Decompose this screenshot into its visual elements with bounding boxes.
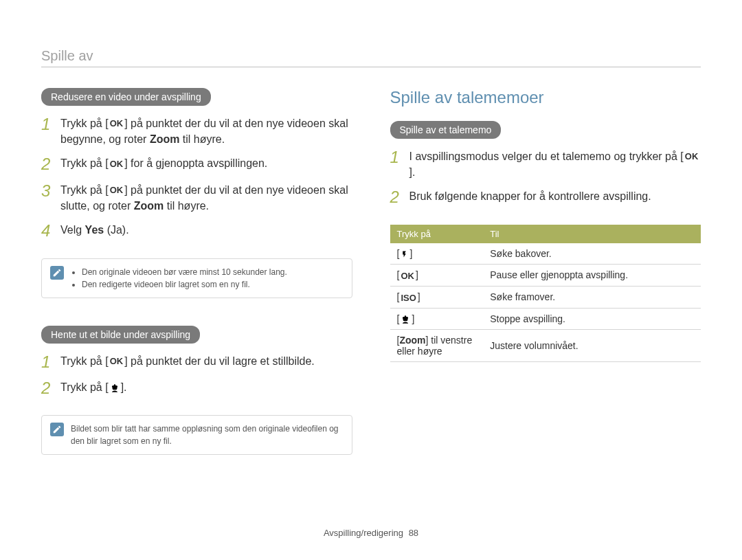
table-row: [] Søke bakover. bbox=[390, 243, 701, 265]
table-cell-key: [Zoom] til venstre eller høyre bbox=[390, 329, 484, 361]
table-cell-value: Stoppe avspilling. bbox=[483, 308, 701, 329]
page-header: Spille av bbox=[41, 48, 701, 67]
table-row: [OK] Pause eller gjenoppta avspilling. bbox=[390, 265, 701, 287]
step-text: Trykk på [OK] på punktet der du vil lagr… bbox=[60, 353, 315, 369]
step-number: 2 bbox=[41, 155, 54, 173]
section-title: Spille av talememoer bbox=[390, 88, 701, 107]
ok-key: OK bbox=[109, 117, 125, 131]
note-icon bbox=[50, 423, 64, 436]
step-text: Trykk på []. bbox=[60, 379, 127, 395]
extract-image-steps: 1 Trykk på [OK] på punktet der du vil la… bbox=[41, 353, 352, 398]
macro-flower-icon bbox=[109, 383, 121, 393]
table-cell-key: [] bbox=[390, 308, 484, 329]
ok-key: OK bbox=[684, 150, 700, 164]
play-memo-steps: 1 I avspillingsmodus velger du et taleme… bbox=[390, 148, 701, 207]
list-item: 1 I avspillingsmodus velger du et taleme… bbox=[390, 148, 701, 180]
step-number: 4 bbox=[41, 222, 54, 240]
step-number: 1 bbox=[41, 353, 54, 371]
section-pill-extract-image: Hente ut et bilde under avspilling bbox=[41, 326, 200, 344]
step-text: Trykk på [OK] på punktet der du vil at d… bbox=[60, 115, 352, 147]
table-cell-value: Justere volumnivået. bbox=[483, 329, 701, 361]
reduce-video-steps: 1 Trykk på [OK] på punktet der du vil at… bbox=[41, 115, 352, 240]
step-number: 1 bbox=[390, 148, 403, 166]
section-pill-reduce-video: Redusere en video under avspilling bbox=[41, 88, 211, 106]
step-text: Trykk på [OK] for å gjenoppta avspilling… bbox=[60, 155, 267, 171]
page-footer: Avspilling/redigering 88 bbox=[0, 528, 742, 538]
step-number: 2 bbox=[390, 188, 403, 206]
note-text: Bildet som blir tatt har samme oppløsnin… bbox=[71, 423, 344, 447]
list-item: 2 Trykk på []. bbox=[41, 379, 352, 397]
step-text: Bruk følgende knapper for å kontrollere … bbox=[409, 188, 651, 204]
note-item: Den originale videoen bør være minst 10 … bbox=[82, 266, 287, 278]
step-number: 2 bbox=[41, 379, 54, 397]
table-row: [] Stoppe avspilling. bbox=[390, 308, 701, 329]
iso-key: ISO bbox=[399, 293, 417, 303]
step-text: I avspillingsmodus velger du et talememo… bbox=[409, 148, 701, 180]
left-column: Redusere en video under avspilling 1 Try… bbox=[41, 88, 352, 475]
ok-key: OK bbox=[399, 271, 416, 281]
note-icon bbox=[50, 266, 64, 280]
list-item: 4 Velg Yes (Ja). bbox=[41, 222, 352, 240]
macro-flower-icon bbox=[399, 315, 412, 324]
list-item: 2 Trykk på [OK] for å gjenoppta avspilli… bbox=[41, 155, 352, 173]
footer-section: Avspilling/redigering bbox=[324, 528, 403, 538]
table-cell-key: [OK] bbox=[390, 265, 484, 287]
note-box: Den originale videoen bør være minst 10 … bbox=[41, 258, 352, 298]
section-pill-play-memo: Spille av et talememo bbox=[390, 121, 502, 139]
list-item: 2 Bruk følgende knapper for å kontroller… bbox=[390, 188, 701, 206]
ok-key: OK bbox=[109, 355, 125, 368]
step-text: Velg Yes (Ja). bbox=[60, 222, 129, 238]
ok-key: OK bbox=[109, 158, 125, 171]
table-cell-value: Søke framover. bbox=[483, 286, 701, 308]
table-row: [Zoom] til venstre eller høyre Justere v… bbox=[390, 329, 701, 361]
page-number: 88 bbox=[409, 528, 418, 538]
list-item: 1 Trykk på [OK] på punktet der du vil la… bbox=[41, 353, 352, 371]
list-item: 3 Trykk på [OK] på punktet der du vil at… bbox=[41, 182, 352, 214]
step-number: 3 bbox=[41, 182, 54, 200]
table-cell-key: [] bbox=[390, 243, 484, 265]
flash-icon bbox=[399, 249, 409, 259]
table-cell-value: Pause eller gjenoppta avspilling. bbox=[483, 265, 701, 287]
ok-key: OK bbox=[109, 184, 125, 197]
table-header: Til bbox=[483, 225, 701, 243]
note-item: Den redigerte videoen blir lagret som en… bbox=[82, 278, 287, 291]
right-column: Spille av talememoer Spille av et taleme… bbox=[390, 88, 701, 475]
table-cell-key: [ISO] bbox=[390, 286, 484, 308]
note-box: Bildet som blir tatt har samme oppløsnin… bbox=[41, 415, 352, 455]
content-columns: Redusere en video under avspilling 1 Try… bbox=[41, 88, 701, 475]
table-cell-value: Søke bakover. bbox=[483, 243, 701, 265]
control-table: Trykk på Til [] Søke bakover. [OK] Pause… bbox=[390, 225, 701, 362]
step-number: 1 bbox=[41, 115, 54, 133]
list-item: 1 Trykk på [OK] på punktet der du vil at… bbox=[41, 115, 352, 147]
note-text: Den originale videoen bør være minst 10 … bbox=[71, 266, 287, 291]
table-header: Trykk på bbox=[390, 225, 484, 243]
step-text: Trykk på [OK] på punktet der du vil at d… bbox=[60, 182, 352, 214]
table-row: [ISO] Søke framover. bbox=[390, 286, 701, 308]
